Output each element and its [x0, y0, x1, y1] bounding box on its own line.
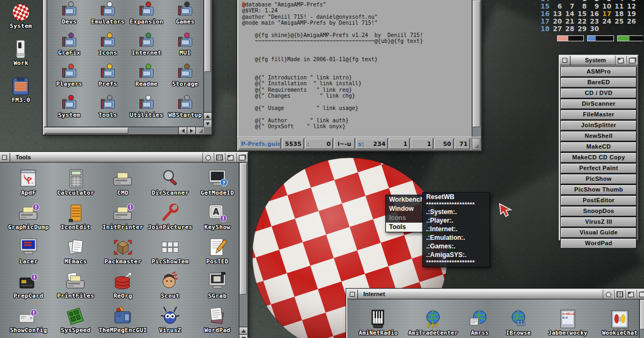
drawer-item-prefs[interactable]: Prefs [89, 63, 127, 94]
menu-item-window[interactable]: Window [386, 204, 428, 214]
drawer-item-system[interactable]: System [50, 94, 89, 126]
submenu-item-player[interactable]: .:Player:. [423, 216, 489, 225]
scroll-thumb[interactable] [473, 1, 480, 127]
launcher-button-picshow-thumb[interactable]: PicShow Thumb [561, 185, 636, 195]
launcher-button-cd-dvd[interactable]: CD / DVD [561, 89, 636, 98]
drawer-item-readme[interactable]: Readme [127, 63, 166, 94]
tool-icon-reorg[interactable]: ReOrg [99, 270, 147, 304]
depth-button[interactable] [236, 153, 247, 162]
tool-icon-picshowtem[interactable]: PicShowTem [147, 236, 194, 270]
zoom-button[interactable] [615, 56, 626, 65]
drawer-item-storage[interactable]: Storage [166, 63, 204, 94]
launcher-button-visual-guide[interactable]: Visual Guide [561, 228, 636, 238]
tool-icon-calculator[interactable]: Calculator [52, 167, 99, 201]
submenu-item-amigasys[interactable]: .:AmigaSYS:. [423, 251, 489, 259]
resize-corner[interactable] [472, 138, 480, 150]
launcher-button-picshow[interactable]: PicShow [561, 174, 636, 184]
snapshot-button[interactable] [214, 153, 225, 162]
title-bar[interactable]: Tools [0, 153, 247, 163]
tool-icon-sysspeed[interactable]: SysSpeed [52, 304, 99, 338]
tool-icon-keyshow[interactable]: A KeyShow [194, 201, 241, 236]
horizontal-scrollbar[interactable] [44, 127, 204, 134]
tool-icon-prepcard[interactable]: PrepCard [5, 270, 52, 304]
vertical-scrollbar[interactable] [239, 163, 247, 338]
close-button[interactable] [560, 56, 570, 65]
drawer-item-internet[interactable]: Internet [127, 32, 166, 63]
desktop-icon-fm3-0[interactable]: FM3.0 [0, 76, 42, 104]
scroll-right-button[interactable] [187, 127, 195, 134]
tool-icon-apdf[interactable]: ApdF [5, 167, 52, 201]
zoom-button[interactable] [225, 153, 236, 162]
internet-icon-ibrowse[interactable]: IB IBrowse [496, 302, 540, 336]
launcher-button-asmpro[interactable]: ASMPro [561, 67, 636, 77]
launcher-button-snoopdos[interactable]: SnoopDos [561, 207, 636, 216]
snapshot-button[interactable] [614, 290, 625, 299]
tool-icon-graphicdump[interactable]: GraphicDump [5, 201, 52, 236]
scroll-thumb[interactable] [204, 0, 211, 72]
tool-icon-virusz[interactable]: VirusZ [147, 304, 194, 338]
launcher-button-bareed[interactable]: BareED [561, 78, 636, 87]
desktop-icon-system[interactable]: System [0, 2, 42, 30]
internet-icon-amrss[interactable]: Amrss [463, 302, 496, 336]
title-bar[interactable]: Internet [347, 290, 644, 299]
iconify-button[interactable] [202, 153, 214, 162]
submenu-item-system[interactable]: .:System:. [423, 208, 489, 216]
drawer-item-icons[interactable]: Icons [89, 32, 127, 63]
scroll-down-button[interactable] [204, 120, 211, 127]
submenu-item-resetwb[interactable]: ResetWB [423, 193, 489, 201]
launcher-button-wordpad[interactable]: WordPad [561, 239, 636, 248]
vertical-scrollbar[interactable] [639, 299, 644, 338]
close-button[interactable] [347, 290, 358, 299]
tool-icon-initprinter[interactable]: InitPrinter [99, 201, 147, 236]
tool-icon-cmd[interactable]: CMD [99, 167, 147, 201]
launcher-button-dirscanner[interactable]: DirScanner [561, 99, 636, 109]
tool-icon-iconedit[interactable]: IconEdit [52, 201, 99, 236]
drawer-item-utilities[interactable]: Utilities [127, 94, 166, 126]
tool-icon-printfiles[interactable]: PrintFiles [52, 270, 99, 304]
title-bar[interactable]: System [560, 56, 638, 65]
tool-icon-wordpad[interactable]: WordPad [194, 304, 241, 338]
drawer-item-wbstartup[interactable]: WBStartup [166, 94, 204, 126]
drawer-item-tools[interactable]: Tools [89, 94, 127, 126]
launcher-button-posteditor[interactable]: PostEditor [561, 196, 636, 205]
tool-icon-showconfig[interactable]: ShowConfig [5, 304, 52, 338]
scroll-thumb[interactable] [240, 163, 247, 295]
menu-item-workbench[interactable]: Workbench [386, 195, 428, 204]
tool-icon-scout[interactable]: Scout [147, 270, 194, 304]
iconify-button[interactable] [603, 290, 614, 299]
tool-icon-posted[interactable]: PosTED [194, 236, 241, 270]
tool-icon-getmodeid[interactable]: ? GetModeID [194, 167, 241, 201]
tool-icon-packmaster[interactable]: Packmaster [99, 236, 147, 270]
resize-corner[interactable] [195, 127, 204, 134]
scroll-up-button[interactable] [204, 112, 211, 120]
launcher-button-newshell[interactable]: NewShell [561, 131, 636, 141]
drawer-item-grafix[interactable]: GraFix [50, 32, 89, 63]
internet-icon-wookiechat[interactable]: WookieChat [595, 302, 644, 336]
internet-icon-amitradecenter[interactable]: FTP AmiTradeCenter [403, 302, 463, 336]
vertical-scrollbar[interactable] [472, 0, 481, 137]
launcher-button-makecd-cd-copy[interactable]: MakeCD CD Copy [561, 153, 636, 163]
launcher-button-filemaster[interactable]: FileMaster [561, 110, 636, 120]
submenu-item-internet[interactable]: .:Internet:. [423, 225, 489, 233]
editor-text-area[interactable]: @database "AmigaAMP-Prefs" @$VER: 1.24 @… [239, 0, 472, 137]
internet-icon-aminetradio[interactable]: AmiNetRadio [354, 302, 403, 336]
tool-icon-memacs[interactable]: MEmacs [52, 236, 99, 270]
submenu-item-games[interactable]: .:Games:. [423, 242, 489, 251]
zoom-button[interactable] [625, 290, 636, 299]
close-button[interactable] [0, 153, 10, 162]
launcher-button-perfect-paint[interactable]: Perfect Paint [561, 164, 636, 173]
launcher-button-makecd[interactable]: MakeCD [561, 142, 636, 152]
tool-icon-joinpictures[interactable]: JoinPictures [147, 201, 194, 236]
desktop-icon-work[interactable]: Work [0, 39, 42, 67]
drawer-item-expansion[interactable]: Expansion [127, 1, 166, 32]
vertical-scrollbar[interactable] [203, 0, 211, 127]
depth-button[interactable] [636, 290, 644, 299]
tool-icon-dirscanner[interactable]: DirScanner [147, 167, 194, 201]
drawer-item-mui[interactable]: MUI [166, 32, 204, 63]
scroll-thumb[interactable] [640, 300, 644, 329]
menu-item-tools[interactable]: Tools [386, 223, 428, 232]
scroll-left-button[interactable] [178, 127, 187, 134]
drawer-item-games[interactable]: Games [166, 1, 204, 32]
drawer-item-devs[interactable]: Devs [50, 1, 89, 32]
scroll-thumb[interactable] [45, 128, 128, 134]
